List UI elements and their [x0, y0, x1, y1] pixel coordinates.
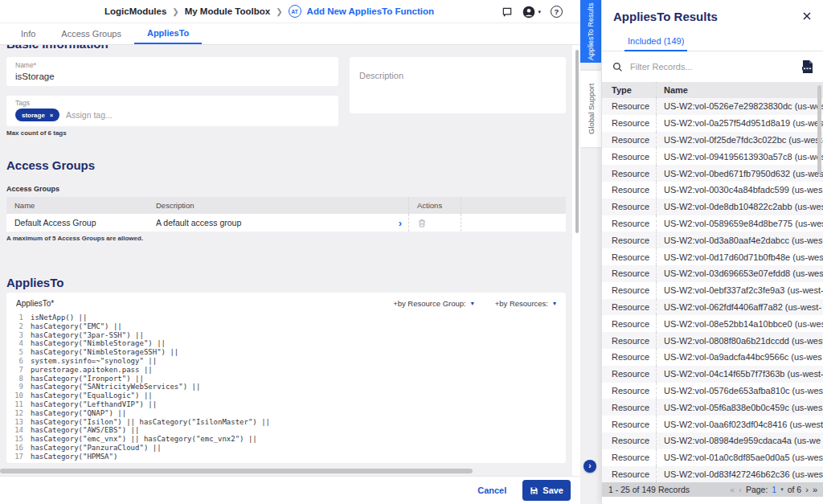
breadcrumb-add-new-appliesto-function[interactable]: Add New AppliesTo Function — [307, 6, 434, 16]
results-row[interactable]: Resource US-W2:vol-0aa6f023df04c8416 (us… — [602, 416, 823, 432]
tag-storage[interactable]: storage × — [15, 109, 59, 121]
results-type-cell: Resource — [602, 132, 657, 149]
main-vertical-scrollbar[interactable] — [575, 50, 579, 233]
remove-tag-icon[interactable]: × — [50, 113, 53, 118]
access-group-row[interactable]: Default Access Group A default access gr… — [6, 214, 566, 232]
results-name-cell: US-W2:vol-062fdf4406aff7a82 (us-west- — [657, 299, 823, 316]
close-panel-icon[interactable] — [802, 11, 812, 21]
results-type-cell: Resource — [602, 98, 657, 115]
results-name-cell: US-W2:vol-0d17d60d71b0fb48e (us-west — [657, 248, 823, 265]
results-row[interactable]: Resource US-W2:vol-0bed671fb7950d632 (us… — [602, 165, 823, 182]
code-line[interactable]: 8 hasCategory("Ironport") || — [6, 375, 566, 383]
results-row[interactable]: Resource US-W2:vol-08984de959cdaca4a (us… — [602, 432, 823, 449]
results-row[interactable]: Resource US-W2:vol-094195613930a57c8 (us… — [602, 148, 823, 165]
results-row[interactable]: Resource US-W2:vol-0589659e84d8be775 (us… — [602, 215, 823, 232]
results-row[interactable]: Resource US-W2:vol-0d3a80aaf4e2dabcc (us… — [602, 232, 823, 248]
export-report-icon[interactable] — [802, 60, 813, 73]
results-row[interactable]: Resource US-W2:vol-0a257f54d951d8a19 (us… — [602, 115, 823, 132]
filter-records-input[interactable] — [630, 62, 795, 72]
results-type-cell: Resource — [602, 332, 657, 349]
tab-info[interactable]: Info — [8, 23, 48, 44]
code-line[interactable]: 1 isNetApp() || — [6, 313, 566, 322]
results-row[interactable]: Resource US-W2:vol-062fdf4406aff7a82 (us… — [602, 299, 823, 316]
results-row[interactable]: Resource US-W2:vol-0f25de7fdc3c022bc (us… — [602, 132, 823, 149]
first-page-icon[interactable]: « — [730, 485, 735, 494]
assign-tag-input[interactable] — [66, 110, 162, 120]
code-line[interactable]: 11 hasCategory("LefthandVIP") || — [6, 400, 566, 409]
results-row[interactable]: Resource US-W2:vol-0d83f427246b62c36 (us… — [602, 466, 823, 483]
code-line[interactable]: 17 hasCategory("HPMSA") — [6, 453, 566, 461]
code-line[interactable]: 5 hasCategory("NimbleStorageSSH") || — [6, 348, 566, 357]
name-input[interactable] — [15, 72, 330, 81]
code-line[interactable]: 15 hasCategory("emc_vnx") || hasCategory… — [6, 435, 566, 444]
line-number: 1 — [6, 313, 31, 322]
tags-field[interactable]: Tags storage × — [6, 96, 338, 126]
results-row[interactable]: Resource US-W2:vol-04c14f65b7f7f363b (us… — [602, 366, 823, 383]
delete-access-group-icon[interactable] — [417, 218, 427, 228]
breadcrumb-logicmodules[interactable]: LogicModules — [104, 6, 166, 16]
chevron-down-icon[interactable]: ▾ — [553, 300, 556, 307]
side-tab-appliesto-results[interactable]: AppliesTo Results — [580, 0, 601, 63]
previous-page-icon[interactable]: ‹ — [739, 485, 742, 494]
results-scrollbar[interactable] — [817, 85, 821, 174]
by-resources-dropdown[interactable]: +by Resources: — [495, 299, 548, 308]
current-page-select[interactable]: 1 — [772, 485, 776, 494]
code-line[interactable]: 6 system.sysinfo=~"synology" || — [6, 357, 566, 366]
code-line[interactable]: 9 hasCategory("SANtricityWebServices") |… — [6, 383, 566, 391]
results-type-cell: Resource — [602, 199, 657, 215]
last-page-icon[interactable]: » — [813, 485, 817, 494]
breadcrumb-my-module-toolbox[interactable]: My Module Toolbox — [185, 6, 270, 16]
results-row[interactable]: Resource US-W2:vol-08e52bb14a10bbce0 (us… — [602, 315, 823, 332]
save-button[interactable]: Save — [522, 480, 571, 501]
code-line[interactable]: 3 hasCategory("3par-SSH") || — [6, 331, 566, 340]
code-line[interactable]: 16 hasCategory("PanzuraCloud") || — [6, 444, 566, 453]
description-input[interactable] — [359, 71, 556, 80]
name-label: Name* — [15, 61, 330, 69]
side-tab-global-support[interactable]: Global Support — [580, 71, 601, 147]
results-row[interactable]: Resource US-W2:vol-01a0c8df85ae0d0a5 (us… — [602, 449, 823, 466]
tab-access-groups[interactable]: Access Groups — [48, 23, 134, 44]
access-group-description: A default access group — [156, 218, 241, 227]
code-line[interactable]: 12 hasCategory("QNAP") || — [6, 409, 566, 418]
user-menu[interactable]: ▾ — [522, 6, 541, 18]
description-field[interactable] — [350, 57, 566, 113]
code-line[interactable]: 13 hasCategory("Isilon") || hasCategory(… — [6, 418, 566, 427]
tab-included[interactable]: Included (149) — [624, 32, 687, 51]
help-icon[interactable]: ? — [551, 6, 563, 18]
code-line[interactable]: 14 hasCategory("AWS/EBS") || — [6, 426, 566, 435]
by-resource-group-dropdown[interactable]: +by Resource Group: — [393, 299, 466, 308]
expand-row-chevron-icon[interactable]: › — [399, 218, 402, 228]
results-name-cell: US-W2:vol-0f25de7fdc3c022bc (us-west- — [657, 132, 823, 149]
line-number: 9 — [6, 383, 31, 391]
horizontal-scrollbar[interactable] — [0, 469, 473, 473]
next-page-icon[interactable]: › — [805, 485, 809, 494]
code-line[interactable]: 10 hasCategory("EqualLogic") || — [6, 391, 566, 400]
results-row[interactable]: Resource US-W2:vol-0a9adcfa44bc9566c (us… — [602, 349, 823, 366]
chevron-down-icon[interactable]: ▾ — [471, 300, 474, 307]
name-field[interactable]: Name* — [6, 57, 338, 86]
code-line[interactable]: 2 hasCategory("EMC") || — [6, 322, 566, 331]
tab-appliesto[interactable]: AppliesTo — [134, 23, 202, 44]
results-name-cell: US-W2:vol-05f6a838e0b0c459c (us-wes — [657, 399, 823, 416]
results-row[interactable]: Resource US-W2:vol-0808f80a6b21dccdd (us… — [602, 332, 823, 349]
results-type-cell: Resource — [602, 466, 657, 483]
results-table-body: Resource US-W2:vol-0526e7e29823830dc (us… — [602, 98, 823, 482]
results-row[interactable]: Resource US-W2:vol-0ebf337af2c3fe9a3 (us… — [602, 282, 823, 299]
chevron-down-icon[interactable]: ▾ — [780, 486, 784, 493]
collapse-panel-button[interactable]: › — [583, 460, 596, 473]
chat-icon[interactable] — [502, 6, 513, 18]
results-row[interactable]: Resource US-W2:vol-03d696653e07efdd8 (us… — [602, 265, 823, 282]
code-line[interactable]: 4 hasCategory("NimbleStorage") || — [6, 339, 566, 348]
results-row[interactable]: Resource US-W2:vol-0576de653afba810c (us… — [602, 383, 823, 400]
results-row[interactable]: Resource US-W2:vol-0d17d60d71b0fb48e (us… — [602, 248, 823, 265]
results-row[interactable]: Resource US-W2:vol-05f6a838e0b0c459c (us… — [602, 399, 823, 416]
results-row[interactable]: Resource US-W2:vol-0de8db104822c2abb (us… — [602, 199, 823, 215]
code-line[interactable]: 7 purestorage.apitoken.pass || — [6, 366, 566, 375]
appliesto-code-editor[interactable]: 1 isNetApp() || 2 hasCategory("EMC") || … — [6, 313, 566, 461]
cancel-button[interactable]: Cancel — [477, 486, 506, 495]
results-row[interactable]: Resource US-W2:vol-0526e7e29823830dc (us… — [602, 98, 823, 115]
results-row[interactable]: Resource US-W2:vol-0030c4a84bfadc599 (us… — [602, 182, 823, 199]
results-type-cell: Resource — [602, 182, 657, 199]
access-groups-section-title: Access Groups — [6, 158, 566, 172]
results-name-cell: US-W2:vol-0aa6f023df04c8416 (us-west- — [657, 416, 823, 432]
